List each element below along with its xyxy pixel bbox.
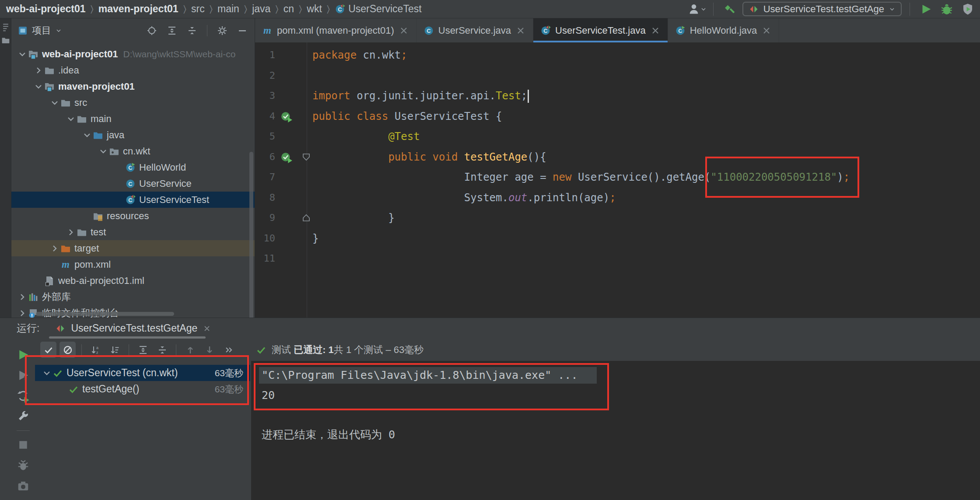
coverage-button[interactable] (960, 1, 976, 17)
tree-item--[interactable]: 外部库 (11, 289, 255, 305)
tree-item-userservicetest[interactable]: CUserServiceTest (11, 192, 255, 208)
auto-test-button[interactable] (17, 389, 30, 402)
tree-item-userservice[interactable]: CUserService (11, 175, 255, 192)
chevron-down-icon[interactable] (82, 130, 92, 140)
editor-tab-pom-xml[interactable]: mpom.xml (maven-project01) (255, 18, 416, 42)
breadcrumb-item[interactable]: web-ai-project01 (6, 3, 86, 15)
vertical-scrollbar[interactable] (249, 152, 253, 318)
tree-item-web-ai-project01[interactable]: web-ai-project01D:\wang\wktSSM\web-ai-co (11, 46, 255, 62)
horizontal-scrollbar[interactable] (36, 312, 174, 316)
user-button[interactable] (690, 1, 705, 17)
tree-item--idea[interactable]: .idea (11, 62, 255, 78)
code-line-9[interactable]: 9 } (255, 208, 980, 228)
close-icon[interactable] (203, 324, 211, 333)
tree-item-resources[interactable]: resources (11, 208, 255, 224)
fold-marker-icon[interactable] (301, 212, 312, 224)
close-icon[interactable] (650, 25, 661, 36)
breadcrumb-item[interactable]: main (217, 3, 239, 15)
locate-button[interactable] (144, 23, 160, 38)
show-passed-button[interactable] (40, 342, 56, 358)
editor-tab-userservice-java[interactable]: CUserService.java (416, 18, 533, 42)
show-ignored-button[interactable] (60, 342, 76, 358)
rerun-button[interactable] (17, 348, 30, 361)
breadcrumb-item[interactable]: wkt (307, 3, 322, 15)
debug-button[interactable] (939, 1, 955, 17)
test-row-testgetage-[interactable]: testGetAge()63毫秒 (35, 381, 250, 397)
chevron-down-icon[interactable] (42, 368, 52, 378)
more-button[interactable] (220, 342, 237, 358)
code-line-1[interactable]: 1package cn.wkt; (255, 45, 980, 66)
fold-marker-icon[interactable] (301, 151, 312, 163)
structure-stripe-icon[interactable] (1, 23, 10, 31)
code-line-7[interactable]: 7 Integer age = new UserService().getAge… (255, 167, 980, 188)
tree-item-java[interactable]: java (11, 127, 255, 143)
screenshot-button[interactable] (17, 479, 30, 493)
wrench-button[interactable] (17, 410, 30, 423)
chevron-right-icon[interactable] (33, 65, 44, 76)
chevron-down-icon[interactable] (55, 27, 62, 34)
sort-duration-button[interactable] (107, 342, 123, 358)
chevron-down-icon[interactable] (17, 49, 28, 59)
stop-button[interactable] (17, 438, 30, 451)
run-test-gutter-icon[interactable] (280, 151, 293, 163)
build-button[interactable] (721, 1, 737, 17)
breadcrumb-item[interactable]: CUserServiceTest (335, 3, 421, 15)
collapse-all-button[interactable] (154, 342, 170, 358)
close-icon[interactable] (761, 25, 772, 36)
run-console[interactable]: 进程已结束，退出代码为 0 "C:\Program Files\Java\jdk… (251, 361, 980, 500)
breadcrumb-item[interactable]: maven-project01 (98, 3, 178, 15)
tree-item-web-ai-project01-iml[interactable]: web-ai-project01.iml (11, 273, 255, 289)
rerun-failed-button[interactable]: 9 (17, 369, 30, 382)
chevron-down-icon[interactable] (66, 114, 76, 124)
tree-item-target[interactable]: target (11, 240, 255, 256)
run-test-gutter-icon[interactable] (280, 110, 293, 122)
chevron-right-icon[interactable] (17, 308, 28, 318)
tree-item-maven-project01[interactable]: maven-project01 (11, 78, 255, 94)
down-button[interactable] (201, 342, 217, 358)
breadcrumb-item[interactable]: java (252, 3, 270, 15)
collapse-all-button[interactable] (184, 23, 200, 38)
tree-item-helloworld[interactable]: CHelloWorld (11, 159, 255, 175)
up-button[interactable] (182, 342, 198, 358)
close-icon[interactable] (515, 25, 526, 36)
close-icon[interactable] (399, 25, 409, 36)
breadcrumb-item[interactable]: src (191, 3, 205, 15)
project-stripe-icon[interactable] (1, 36, 10, 45)
chevron-down-icon[interactable] (98, 146, 108, 157)
test-row-userservicetest-cn-wkt-[interactable]: UserServiceTest (cn.wkt)63毫秒 (35, 365, 250, 381)
tree-item-pom-xml[interactable]: mpom.xml (11, 256, 255, 273)
code-line-3[interactable]: 3import org.junit.jupiter.api.Test; (255, 86, 980, 106)
tree-item-test[interactable]: test (11, 224, 255, 240)
chevron-right-icon[interactable] (49, 243, 60, 254)
tree-item-src[interactable]: src (11, 94, 255, 111)
profiler-button[interactable] (17, 459, 30, 472)
code-editor[interactable]: 1package cn.wkt;23import org.junit.jupit… (255, 42, 980, 318)
expand-all-button[interactable] (164, 23, 180, 38)
run-tab[interactable]: UserServiceTest.testGetAge (55, 322, 211, 334)
chevron-right-icon[interactable] (17, 292, 28, 302)
console-line[interactable]: "C:\Program Files\Java\jdk-1.8\bin\java.… (262, 367, 578, 384)
code-line-11[interactable]: 11 (255, 248, 980, 269)
chevron-right-icon[interactable] (66, 227, 76, 238)
project-panel-title[interactable]: 项目 (32, 24, 51, 37)
code-line-4[interactable]: 4public class UserServiceTest { (255, 106, 980, 127)
run-configuration-select[interactable]: UserServiceTest.testGetAge (742, 2, 902, 16)
code-line-5[interactable]: 5 @Test (255, 126, 980, 147)
editor-tab-helloworld-java[interactable]: CHelloWorld.java (668, 18, 780, 42)
chevron-down-icon[interactable] (33, 81, 44, 92)
console-line[interactable]: 20 (262, 387, 275, 404)
code-line-2[interactable]: 2 (255, 66, 980, 86)
expand-all-button[interactable] (135, 342, 151, 358)
editor-tab-userservicetest-java[interactable]: CUserServiceTest.java (533, 18, 668, 42)
hide-button[interactable] (234, 23, 250, 38)
code-line-6[interactable]: 6 public void testGetAge(){ (255, 147, 980, 168)
chevron-down-icon[interactable] (49, 98, 60, 108)
settings-button[interactable] (214, 23, 230, 38)
breadcrumb-item[interactable]: cn (284, 3, 294, 15)
code-line-8[interactable]: 8 System.out.println(age); (255, 188, 980, 208)
sort-alpha-button[interactable]: az (88, 342, 104, 358)
tree-item-main[interactable]: main (11, 111, 255, 127)
tree-item-cn-wkt[interactable]: cn.wkt (11, 143, 255, 159)
run-button[interactable] (918, 1, 934, 17)
code-line-10[interactable]: 10} (255, 228, 980, 249)
